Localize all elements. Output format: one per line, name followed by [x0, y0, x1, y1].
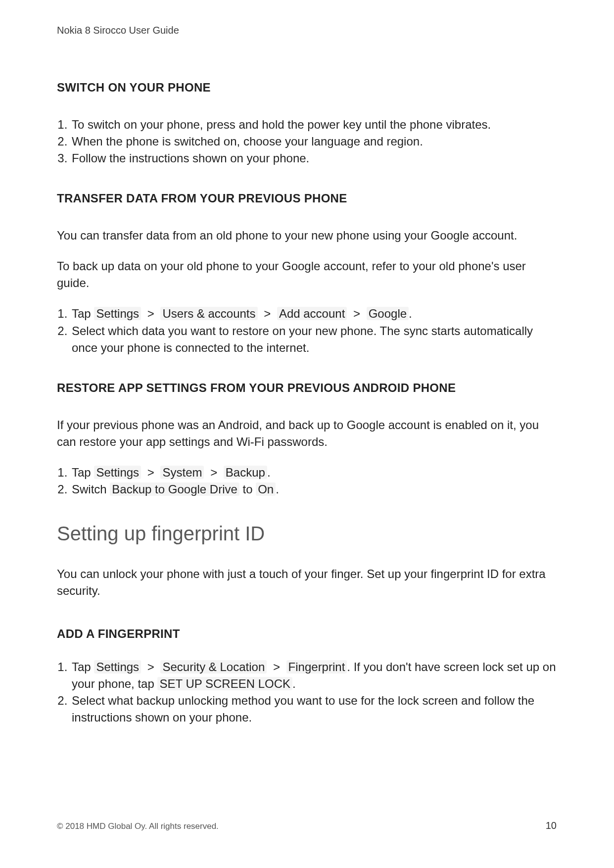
topic-heading-fingerprint: Setting up fingerprint ID [57, 523, 557, 545]
chevron-right-icon: > [144, 307, 157, 320]
text: . [409, 307, 412, 320]
transfer-steps: Tap Settings > Users & accounts > Add ac… [57, 305, 557, 356]
text: . [292, 677, 296, 690]
text: Switch [72, 482, 110, 496]
list-item: When the phone is switched on, choose yo… [71, 133, 557, 150]
paragraph: You can transfer data from an old phone … [57, 227, 557, 244]
list-item: Tap Settings > Security & Location > Fin… [71, 659, 557, 692]
ui-path-item: Add account [277, 307, 347, 320]
switch-on-steps: To switch on your phone, press and hold … [57, 116, 557, 167]
text: . [267, 466, 271, 479]
ui-path-item: Settings [94, 660, 141, 674]
list-item: Switch Backup to Google Drive to On. [71, 481, 557, 498]
ui-path-item: Security & Location [160, 660, 267, 674]
chevron-right-icon: > [261, 307, 274, 320]
section-transfer: TRANSFER DATA FROM YOUR PREVIOUS PHONE Y… [57, 192, 557, 356]
heading-transfer: TRANSFER DATA FROM YOUR PREVIOUS PHONE [57, 192, 557, 205]
text: Tap [72, 660, 94, 674]
ui-path-item: Backup to Google Drive [110, 482, 239, 496]
list-item: Tap Settings > System > Backup. [71, 464, 557, 481]
ui-path-item: System [160, 466, 204, 479]
section-restore: RESTORE APP SETTINGS FROM YOUR PREVIOUS … [57, 381, 557, 498]
ui-path-item: Fingerprint [286, 660, 347, 674]
section-switch-on: SWITCH ON YOUR PHONE To switch on your p… [57, 81, 557, 167]
ui-path-item: Settings [94, 466, 141, 479]
heading-add-fingerprint: ADD A FINGERPRINT [57, 627, 557, 641]
add-fingerprint-steps: Tap Settings > Security & Location > Fin… [57, 659, 557, 726]
ui-path-item: Google [367, 307, 409, 320]
page-footer: © 2018 HMD Global Oy. All rights reserve… [57, 820, 557, 831]
running-header: Nokia 8 Sirocco User Guide [57, 25, 557, 36]
list-item: Select what backup unlocking method you … [71, 692, 557, 726]
ui-path-item: Settings [94, 307, 141, 320]
copyright-text: © 2018 HMD Global Oy. All rights reserve… [57, 821, 219, 831]
text: Tap [72, 307, 94, 320]
chevron-right-icon: > [207, 466, 220, 479]
text: . [276, 482, 279, 496]
text: to [243, 482, 256, 496]
ui-path-item: SET UP SCREEN LOCK [157, 677, 292, 690]
chevron-right-icon: > [144, 660, 157, 674]
page-body: Nokia 8 Sirocco User Guide SWITCH ON YOU… [57, 25, 557, 751]
chevron-right-icon: > [144, 466, 157, 479]
ui-path-item: Users & accounts [160, 307, 257, 320]
page-number: 10 [546, 820, 557, 831]
ui-path-item: On [256, 482, 276, 496]
list-item: To switch on your phone, press and hold … [71, 116, 557, 133]
text: Tap [72, 466, 94, 479]
paragraph: If your previous phone was an Android, a… [57, 417, 557, 450]
list-item: Tap Settings > Users & accounts > Add ac… [71, 305, 557, 322]
restore-steps: Tap Settings > System > Backup. Switch B… [57, 464, 557, 498]
paragraph: To back up data on your old phone to you… [57, 258, 557, 291]
section-add-fingerprint: ADD A FINGERPRINT Tap Settings > Securit… [57, 627, 557, 726]
chevron-right-icon: > [350, 307, 363, 320]
heading-restore: RESTORE APP SETTINGS FROM YOUR PREVIOUS … [57, 381, 557, 395]
list-item: Select which data you want to restore on… [71, 323, 557, 356]
ui-path-item: Backup [224, 466, 267, 479]
chevron-right-icon: > [270, 660, 283, 674]
paragraph: You can unlock your phone with just a to… [57, 566, 557, 599]
heading-switch-on: SWITCH ON YOUR PHONE [57, 81, 557, 95]
list-item: Follow the instructions shown on your ph… [71, 150, 557, 167]
